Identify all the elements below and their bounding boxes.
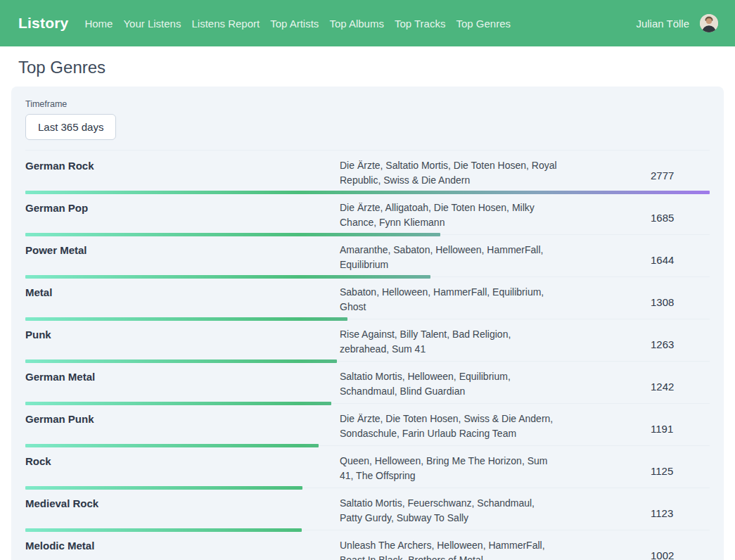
genre-row: Medieval RockSaltatio Mortis, Feuerschwa… <box>25 488 710 530</box>
genre-top-artists: Queen, Helloween, Bring Me The Horizon, … <box>340 454 558 488</box>
genre-row: PunkRise Against, Billy Talent, Bad Reli… <box>25 319 710 362</box>
genre-table: German RockDie Ärzte, Saltatio Mortis, D… <box>25 150 710 560</box>
top-genres-card: Timeframe Last 365 days German RockDie Ä… <box>11 87 724 560</box>
genre-name: Punk <box>25 327 340 361</box>
genre-row: Power MetalAmaranthe, Sabaton, Helloween… <box>25 235 710 277</box>
navbar: Listory HomeYour ListensListens ReportTo… <box>0 0 735 46</box>
genre-row: MetalSabaton, Helloween, HammerFall, Equ… <box>25 277 710 319</box>
genre-listen-count: 1002 <box>651 549 710 560</box>
genre-row: Melodic MetalUnleash The Archers, Hellow… <box>25 530 710 560</box>
genre-name: German Rock <box>25 158 340 192</box>
genre-row: German PunkDie Ärzte, Die Toten Hosen, S… <box>25 404 710 446</box>
nav-item-listens-report[interactable]: Listens Report <box>191 18 260 30</box>
genre-listen-count: 1685 <box>651 212 710 224</box>
nav-item-top-genres[interactable]: Top Genres <box>456 18 511 30</box>
genre-listen-count: 1191 <box>651 423 710 435</box>
genre-top-artists: Rise Against, Billy Talent, Bad Religion… <box>340 327 558 361</box>
genre-listen-count: 2777 <box>651 170 710 182</box>
genre-name: Rock <box>25 454 340 488</box>
brand-logo[interactable]: Listory <box>18 15 68 32</box>
genre-top-artists: Die Ärzte, Alligatoah, Die Toten Hosen, … <box>340 201 558 234</box>
genre-listen-count: 1125 <box>651 465 710 477</box>
genre-listen-count: 1263 <box>651 338 710 350</box>
nav-links: HomeYour ListensListens ReportTop Artist… <box>84 18 511 30</box>
timeframe-label: Timeframe <box>25 99 710 109</box>
user-name: Julian Tölle <box>636 18 689 30</box>
genre-top-artists: Saltatio Mortis, Helloween, Equilibrium,… <box>340 369 558 403</box>
genre-top-artists: Saltatio Mortis, Feuerschwanz, Schandmau… <box>340 496 558 530</box>
genre-top-artists: Unleash The Archers, Helloween, HammerFa… <box>340 538 558 560</box>
genre-name: German Pop <box>25 201 340 234</box>
nav-item-home[interactable]: Home <box>84 18 113 30</box>
nav-item-your-listens[interactable]: Your Listens <box>123 18 181 30</box>
genre-top-artists: Die Ärzte, Saltatio Mortis, Die Toten Ho… <box>340 158 558 192</box>
page-title: Top Genres <box>18 58 735 77</box>
genre-row: RockQueen, Helloween, Bring Me The Horiz… <box>25 446 710 488</box>
genre-listen-count: 1123 <box>651 507 710 519</box>
avatar-photo-icon <box>700 14 718 32</box>
genre-row: German PopDie Ärzte, Alligatoah, Die Tot… <box>25 193 710 235</box>
genre-name: Metal <box>25 285 340 319</box>
genre-row: German RockDie Ärzte, Saltatio Mortis, D… <box>25 151 710 193</box>
genre-name: German Punk <box>25 412 340 445</box>
user-avatar-image[interactable] <box>700 14 718 32</box>
nav-item-top-artists[interactable]: Top Artists <box>270 18 319 30</box>
genre-listen-count: 1308 <box>651 296 710 308</box>
genre-name: German Metal <box>25 369 340 403</box>
genre-name: Medieval Rock <box>25 496 340 530</box>
genre-name: Power Metal <box>25 243 340 276</box>
genre-row: German MetalSaltatio Mortis, Helloween, … <box>25 362 710 404</box>
user-menu[interactable]: Julian Tölle <box>636 14 718 32</box>
genre-name: Melodic Metal <box>25 538 340 560</box>
genre-top-artists: Amaranthe, Sabaton, Helloween, HammerFal… <box>340 243 558 276</box>
nav-item-top-tracks[interactable]: Top Tracks <box>395 18 446 30</box>
genre-listen-count: 1644 <box>651 254 710 266</box>
genre-listen-count: 1242 <box>651 381 710 393</box>
genre-top-artists: Sabaton, Helloween, HammerFall, Equilibr… <box>340 285 558 319</box>
nav-item-top-albums[interactable]: Top Albums <box>329 18 384 30</box>
timeframe-select[interactable]: Last 365 days <box>25 114 116 140</box>
genre-top-artists: Die Ärzte, Die Toten Hosen, Swiss & Die … <box>340 412 558 445</box>
